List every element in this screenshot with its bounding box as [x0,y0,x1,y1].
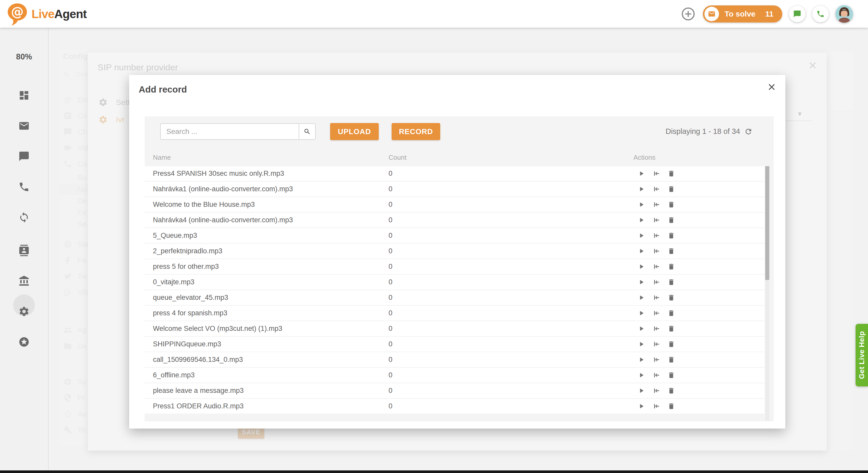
delete-icon[interactable] [668,356,675,363]
close-icon[interactable]: × [768,80,776,94]
chats-button[interactable] [789,6,805,22]
record-name: Welcome to the Blue House.mp3 [153,197,255,212]
to-solve-button[interactable]: To solve 11 [703,5,782,23]
insert-icon[interactable] [653,325,660,332]
delete-icon[interactable] [668,403,675,410]
play-icon[interactable] [638,170,645,177]
record-count: 0 [389,213,393,228]
insert-icon[interactable] [653,216,660,224]
record-count: 0 [389,352,393,367]
delete-icon[interactable] [668,201,675,208]
record-count: 0 [389,182,393,197]
insert-icon[interactable] [653,372,660,379]
delete-icon[interactable] [668,372,675,379]
delete-icon[interactable] [668,170,675,177]
insert-icon[interactable] [653,185,660,193]
gear-icon[interactable] [18,306,30,317]
delete-icon[interactable] [668,216,675,224]
record-name: 0_vitajte.mp3 [153,275,194,290]
record-actions [638,278,675,286]
record-actions [638,325,675,332]
play-icon[interactable] [638,325,645,332]
scrollbar-thumb[interactable] [765,166,769,280]
upload-button[interactable]: UPLOAD [330,123,379,140]
liveagent-logo[interactable]: @ LiveAgent [6,2,87,26]
dashboard-icon[interactable] [18,90,30,101]
insert-icon[interactable] [653,278,660,286]
sync-icon[interactable] [18,212,30,223]
table-row: call_1509969546.134_0.mp3 0 [145,352,765,367]
search-input[interactable] [161,124,299,139]
play-icon[interactable] [638,403,645,410]
table-row: please leave a message.mp3 0 [145,383,765,398]
search-icon [304,128,311,135]
insert-icon[interactable] [653,170,660,177]
insert-icon[interactable] [653,294,660,301]
delete-icon[interactable] [668,263,675,270]
play-icon[interactable] [638,185,645,193]
record-actions [638,294,675,301]
delete-icon[interactable] [668,309,675,317]
play-icon[interactable] [638,372,645,379]
play-icon[interactable] [638,247,645,255]
phone-icon[interactable] [18,181,30,193]
record-count: 0 [389,290,393,305]
delete-icon[interactable] [668,247,675,255]
record-actions [638,232,675,239]
get-live-help-tab[interactable]: Get Live Help [856,324,868,386]
record-actions [638,387,675,394]
delete-icon[interactable] [668,294,675,301]
play-icon[interactable] [638,294,645,301]
delete-icon[interactable] [668,341,675,348]
record-list-panel: UPLOAD RECORD Displaying 1 - 18 of 34 Na… [145,116,774,421]
play-icon[interactable] [638,232,645,239]
record-name: 2_perfektnipradlo.mp3 [153,244,222,259]
delete-icon[interactable] [668,232,675,239]
insert-icon[interactable] [653,403,660,410]
delete-icon[interactable] [668,387,675,394]
record-name: 5_Queue.mp3 [153,228,197,243]
insert-icon[interactable] [653,201,660,208]
user-avatar[interactable] [835,5,853,23]
record-actions [638,185,675,193]
record-name: call_1509969546.134_0.mp3 [153,352,243,367]
play-icon[interactable] [638,341,645,348]
star-icon[interactable] [18,336,30,348]
insert-icon[interactable] [653,247,660,255]
play-icon[interactable] [638,278,645,286]
insert-icon[interactable] [653,341,660,348]
record-actions [638,170,675,177]
scrollbar-track[interactable] [765,166,769,421]
chat-icon[interactable] [18,151,30,162]
insert-icon[interactable] [653,309,660,317]
table-row: Press4 SPANISH 30sec music only.R.mp3 0 [145,166,765,181]
column-header-actions: Actions [633,153,655,161]
brand-text: LiveAgent [32,7,87,21]
insert-icon[interactable] [653,263,660,270]
record-name: 6_offline.mp3 [153,368,195,383]
play-icon[interactable] [638,309,645,317]
refresh-icon[interactable] [744,127,752,136]
play-icon[interactable] [638,263,645,270]
insert-icon[interactable] [653,356,660,363]
play-icon[interactable] [638,201,645,208]
calls-button[interactable] [812,6,829,22]
insert-icon[interactable] [653,232,660,239]
record-actions [638,341,675,348]
insert-icon[interactable] [653,387,660,394]
contacts-icon[interactable] [18,245,30,256]
play-icon[interactable] [638,387,645,394]
play-icon[interactable] [638,356,645,363]
table-row: 2_perfektnipradlo.mp3 0 [145,244,765,259]
column-header-name: Name [153,153,171,161]
record-button[interactable]: RECORD [392,123,440,140]
table-row: press 4 for spanish.mp3 0 [145,306,765,321]
mail-icon[interactable] [18,120,30,131]
play-icon[interactable] [638,216,645,224]
delete-icon[interactable] [668,325,675,332]
bank-icon[interactable] [18,275,30,287]
search-button[interactable] [299,124,315,139]
add-new-button[interactable] [680,6,696,22]
delete-icon[interactable] [668,185,675,193]
delete-icon[interactable] [668,278,675,286]
